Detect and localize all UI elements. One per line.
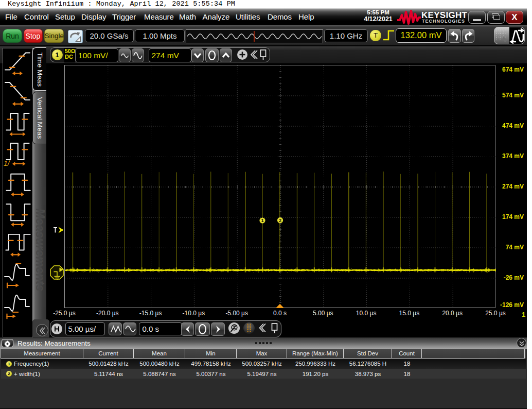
svg-text:1: 1 bbox=[261, 218, 264, 223]
svg-text:1/: 1/ bbox=[4, 159, 11, 167]
svg-text:2: 2 bbox=[279, 218, 281, 223]
